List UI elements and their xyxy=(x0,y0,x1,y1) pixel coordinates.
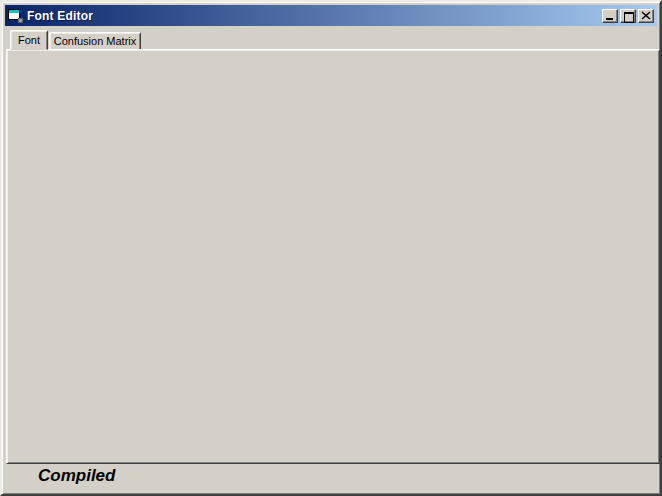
status-text: Compiled xyxy=(38,466,115,486)
close-icon[interactable] xyxy=(638,9,654,23)
window-title: Font Editor xyxy=(27,9,600,23)
tab-page-font xyxy=(6,49,660,464)
maximize-icon[interactable] xyxy=(620,9,636,23)
app-icon xyxy=(8,9,23,23)
tab-font[interactable]: Font xyxy=(10,30,48,50)
minimize-icon[interactable] xyxy=(602,9,618,23)
titlebar: Font Editor xyxy=(5,5,657,26)
font-editor-window: Font Editor Font Confusion Matrix Models… xyxy=(0,0,662,496)
tab-confusion-matrix[interactable]: Confusion Matrix xyxy=(49,32,141,50)
